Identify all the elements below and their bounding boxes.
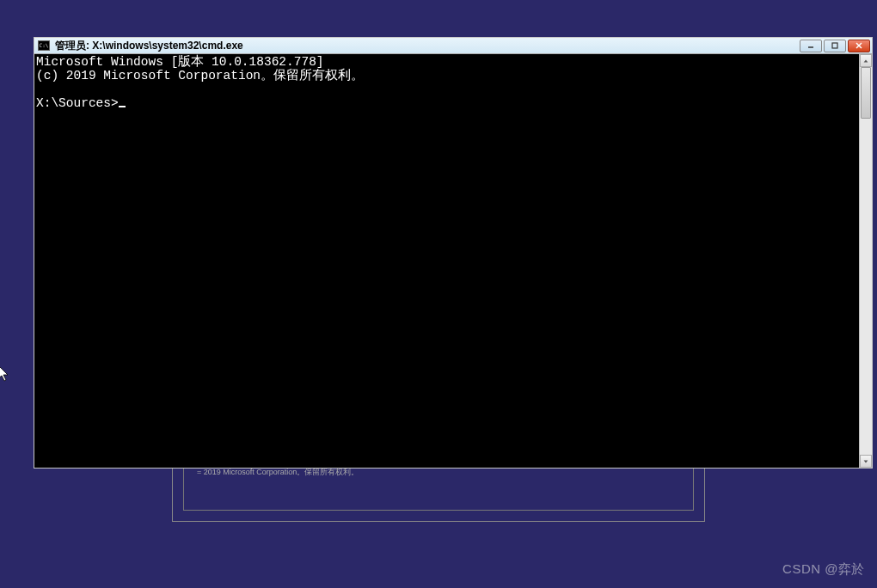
scroll-thumb[interactable] — [861, 67, 871, 119]
cmd-icon: C:\ — [38, 40, 50, 51]
window-controls — [800, 40, 870, 52]
prompt: X:\Sources> — [36, 96, 119, 110]
close-button[interactable] — [848, 40, 870, 52]
title-bar[interactable]: C:\ 管理员: X:\windows\system32\cmd.exe — [34, 38, 872, 54]
svg-rect-1 — [832, 43, 837, 48]
window-title: 管理员: X:\windows\system32\cmd.exe — [55, 39, 800, 53]
scroll-up-button[interactable] — [860, 54, 872, 67]
scroll-track[interactable] — [860, 67, 872, 455]
vertical-scrollbar[interactable] — [859, 54, 872, 468]
cmd-body: Microsoft Windows [版本 10.0.18362.778] (c… — [34, 54, 872, 468]
svg-marker-4 — [864, 59, 868, 62]
mouse-cursor-icon — [0, 365, 10, 383]
watermark-text: CSDN @弈於 — [782, 561, 865, 578]
minimize-button[interactable] — [800, 40, 822, 52]
output-line-1: Microsoft Windows [版本 10.0.18362.778] — [36, 55, 324, 69]
output-line-2: (c) 2019 Microsoft Corporation。保留所有权利。 — [36, 69, 364, 83]
svg-marker-5 — [864, 460, 868, 462]
scroll-down-button[interactable] — [860, 455, 872, 468]
terminal-output[interactable]: Microsoft Windows [版本 10.0.18362.778] (c… — [34, 54, 859, 468]
cmd-window: C:\ 管理员: X:\windows\system32\cmd.exe Mic… — [34, 37, 873, 469]
svg-marker-6 — [0, 365, 8, 381]
maximize-button[interactable] — [824, 40, 846, 52]
text-cursor — [119, 106, 126, 107]
